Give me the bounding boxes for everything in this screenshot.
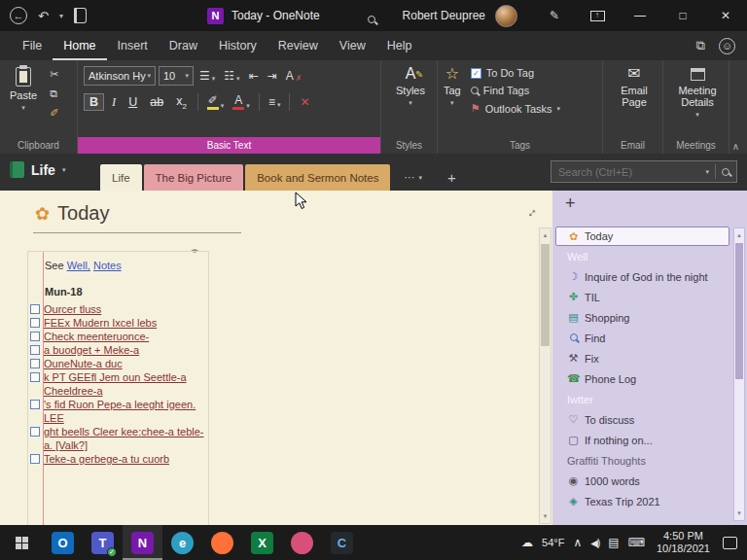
page-list-item[interactable]: ▤Shopping <box>552 307 729 328</box>
taskbar-app-c-app[interactable]: C <box>322 525 362 560</box>
paste-button[interactable]: Paste ▾ <box>6 66 41 113</box>
taskbar-app-pink-app[interactable] <box>282 525 322 560</box>
taskbar-app-firefox[interactable] <box>202 525 242 560</box>
taskbar-app-onenote[interactable]: N <box>123 525 162 560</box>
notebook-icon[interactable] <box>74 8 87 23</box>
underline-button[interactable]: U <box>124 94 142 110</box>
search-scope-chevron-icon[interactable]: ▾ <box>705 168 709 176</box>
todo-checkbox[interactable] <box>30 427 40 437</box>
notes-link[interactable]: Notes <box>93 260 122 271</box>
page-list-item[interactable]: ▢If nothing on... <box>552 430 729 450</box>
weather-widget[interactable]: 54°F <box>542 537 564 548</box>
menu-view[interactable]: View <box>329 31 376 60</box>
search-icon[interactable] <box>722 168 729 176</box>
section-overflow-button[interactable]: ⋯ ▾ <box>404 164 422 191</box>
add-page-button[interactable]: + <box>565 193 576 214</box>
onedrive-cloud-icon[interactable]: ☁ <box>521 536 533 549</box>
highlight-button[interactable]: ✐▾ <box>204 94 228 111</box>
page-list-item[interactable]: ☎Phone Log <box>552 368 729 389</box>
volume-icon[interactable]: ◀) <box>590 538 599 548</box>
find-tags-button[interactable]: Find Tags <box>471 85 560 96</box>
menu-history[interactable]: History <box>208 31 267 60</box>
account-name[interactable]: Robert Deupree <box>403 9 485 22</box>
present-button[interactable]: ↑ <box>576 0 619 31</box>
undo-button[interactable]: ↶ <box>38 9 49 23</box>
menu-draw[interactable]: Draw <box>159 31 208 60</box>
menu-home[interactable]: Home <box>53 31 106 60</box>
todo-checkbox[interactable] <box>30 372 40 382</box>
pages-scrollbar[interactable]: ▲ ▼ <box>733 228 745 521</box>
page-list-item[interactable]: ◈Texas Trip 2021 <box>552 491 729 511</box>
page-list-item[interactable]: ⚒Fix <box>552 348 729 368</box>
email-page-button[interactable]: ✉ Email Page <box>609 66 659 108</box>
font-color-button[interactable]: A▾ <box>230 94 253 111</box>
cut-button[interactable]: ✂ <box>50 68 58 81</box>
page-title[interactable]: Today <box>57 202 109 225</box>
paragraph-alignment-button[interactable]: ≡▾ <box>266 94 284 110</box>
section-tab-life[interactable]: Life <box>100 164 142 191</box>
todo-tag-button[interactable]: ✓To Do Tag <box>471 67 560 79</box>
copy-button[interactable]: ⧉ <box>50 88 58 100</box>
italic-button[interactable]: I <box>107 94 121 111</box>
taskbar-app-edge[interactable]: e <box>162 525 202 560</box>
numbering-button[interactable]: ☷▾ <box>221 68 242 84</box>
strikethrough-button[interactable]: ab <box>145 94 168 110</box>
section-tab-the-big-picture[interactable]: The Big Picture <box>144 164 244 191</box>
scrollbar-thumb[interactable] <box>541 244 550 346</box>
scroll-down-icon[interactable]: ▼ <box>736 507 742 520</box>
back-button[interactable]: ← <box>10 7 27 24</box>
page-list-item[interactable]: ✿Today <box>555 227 729 246</box>
search-box[interactable]: ▾ <box>551 160 737 183</box>
quick-access-chevron-icon[interactable]: ▾ <box>59 12 63 20</box>
page-list-item[interactable]: Graffiti Thoughts <box>552 450 729 471</box>
page-scrollbar[interactable]: ▲ ▼ <box>539 228 551 524</box>
clock[interactable]: 4:50 PM 10/18/2021 <box>657 530 710 555</box>
display-icon[interactable]: ▤ <box>608 536 619 549</box>
scroll-up-icon[interactable]: ▲ <box>543 228 549 240</box>
taskbar-app-excel[interactable]: X <box>242 525 282 560</box>
hidden-icons-chevron-icon[interactable]: ∧ <box>573 536 582 549</box>
maximize-button[interactable]: □ <box>661 0 704 31</box>
todo-checkbox[interactable] <box>30 318 40 328</box>
todo-checkbox[interactable] <box>30 345 40 355</box>
section-tab-book-and-sermon-notes[interactable]: Book and Sermon Notes <box>245 164 390 191</box>
side-panels-button[interactable]: ⧉ <box>696 38 705 53</box>
font-size-combo[interactable]: 10▾ <box>159 66 194 86</box>
expand-page-icon[interactable]: ↔ <box>521 202 541 222</box>
subscript-button[interactable]: x2 <box>171 93 192 112</box>
tag-button[interactable]: ☆ Tag ▾ <box>444 66 461 107</box>
menu-file[interactable]: File <box>12 31 53 60</box>
scroll-up-icon[interactable]: ▲ <box>736 228 742 240</box>
search-input[interactable] <box>558 166 699 178</box>
page-list-item[interactable]: ☽Inquire of God in the night <box>552 266 729 287</box>
collapse-ribbon-button[interactable]: ∧ <box>732 141 739 152</box>
titlebar-search-button[interactable] <box>368 10 375 27</box>
action-center-icon[interactable] <box>723 537 737 549</box>
styles-button[interactable]: A✎ Styles ▾ <box>396 66 425 107</box>
page-list-item[interactable]: ♡To discuss <box>552 409 729 430</box>
todo-checkbox[interactable] <box>30 359 40 368</box>
note-body[interactable]: See Well, Notes Mun-18 Ourcer tlussFEEx … <box>29 259 207 466</box>
increase-indent-button[interactable]: ⇥ <box>265 68 280 84</box>
todo-checkbox[interactable] <box>30 332 40 341</box>
close-button[interactable]: ✕ <box>704 0 747 31</box>
todo-checkbox[interactable] <box>30 454 40 464</box>
page-list-item[interactable]: Find <box>552 328 729 348</box>
menu-help[interactable]: Help <box>376 31 423 60</box>
clear-formatting-button[interactable]: A✗ <box>283 68 305 84</box>
taskbar-app-teams[interactable]: T✓ <box>83 525 123 560</box>
account-avatar[interactable] <box>495 5 517 27</box>
scrollbar-thumb[interactable] <box>735 243 743 379</box>
page-list-item[interactable]: Well <box>552 246 729 266</box>
scroll-down-icon[interactable]: ▼ <box>543 509 549 523</box>
page-title-block[interactable]: ✿ Today <box>33 202 241 233</box>
page-list-item[interactable]: Iwtter <box>552 389 729 409</box>
notebook-selector[interactable]: Life ▾ <box>10 161 65 178</box>
font-name-combo[interactable]: Atkinson Hy▾ <box>84 66 156 86</box>
keyboard-icon[interactable]: ⌨ <box>628 536 645 549</box>
decrease-indent-button[interactable]: ⇤ <box>246 68 262 84</box>
feedback-button[interactable]: ☺ <box>719 38 735 54</box>
add-section-button[interactable]: + <box>447 164 456 191</box>
start-button[interactable] <box>0 525 43 560</box>
minimize-button[interactable]: — <box>619 0 661 31</box>
